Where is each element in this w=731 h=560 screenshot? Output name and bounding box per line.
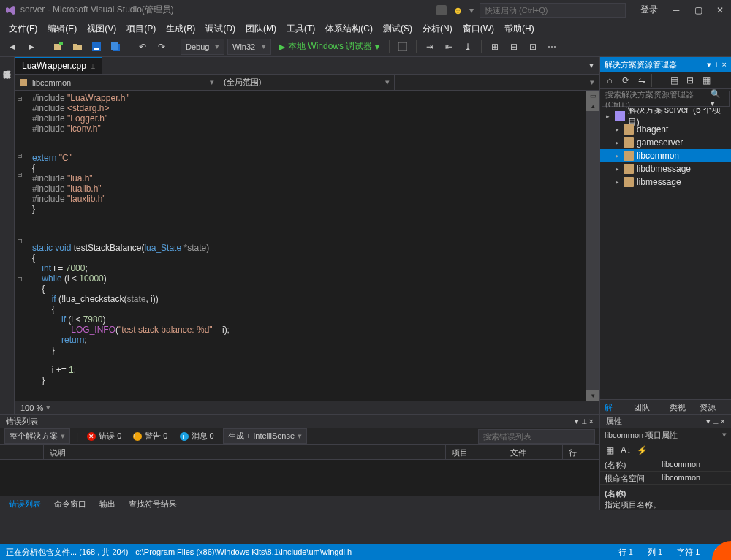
el-pin-icon[interactable]: ⟂ — [582, 417, 587, 425]
project-node[interactable]: ▸libdbmessage — [600, 162, 731, 175]
messages-filter[interactable]: i消息 0 — [177, 429, 217, 443]
redo-icon[interactable]: ↷ — [154, 39, 170, 55]
svg-rect-1 — [59, 42, 63, 45]
project-node[interactable]: ▸libmessage — [600, 175, 731, 189]
tb-a-icon[interactable]: ⊞ — [487, 39, 503, 55]
menu-help[interactable]: 帮助(H) — [500, 20, 539, 37]
prop-row[interactable]: 根命名空间libcommon — [600, 472, 731, 485]
minimize-button[interactable]: ─ — [665, 1, 687, 19]
errors-filter[interactable]: ✕错误 0 — [84, 429, 124, 443]
start-debug-button[interactable]: ▶ 本地 Windows 调试器 ▾ — [274, 39, 384, 54]
maximize-button[interactable]: ▢ — [687, 1, 709, 19]
el-build-combo[interactable]: 生成 + IntelliSense — [223, 428, 307, 444]
prop-row[interactable]: (名称)libcommon — [600, 458, 731, 472]
menu-test[interactable]: 测试(S) — [379, 20, 417, 37]
nav-fwd-icon[interactable]: ► — [23, 39, 39, 55]
bottom-tab-output[interactable]: 输出 — [94, 496, 121, 510]
open-icon[interactable] — [69, 39, 86, 55]
sep — [651, 74, 664, 87]
warnings-filter[interactable]: !警告 0 — [130, 429, 170, 443]
tb-c-icon[interactable]: ⊡ — [525, 39, 541, 55]
tb-b-icon[interactable]: ⊟ — [506, 39, 522, 55]
nav-back-icon[interactable]: ◄ — [4, 39, 20, 55]
error-search-input[interactable] — [478, 429, 595, 444]
project-node-selected[interactable]: ▸libcommon — [600, 149, 731, 162]
close-button[interactable]: ✕ — [709, 1, 731, 19]
platform-combo[interactable]: Win32 — [227, 39, 271, 55]
menu-build[interactable]: 生成(B) — [162, 20, 200, 37]
menu-team[interactable]: 团队(M) — [241, 20, 281, 37]
el-menu-icon[interactable]: ▾ — [575, 417, 579, 425]
menu-view[interactable]: 视图(V) — [83, 20, 121, 37]
server-explorer-tab[interactable]: 服务器资源管理器 — [0, 61, 14, 414]
status-line: 行 1 — [618, 547, 633, 558]
menu-edit[interactable]: 编辑(E) — [43, 20, 81, 37]
quick-launch-input[interactable] — [480, 3, 626, 18]
se-sync-icon[interactable]: ⇋ — [635, 74, 648, 87]
se-home-icon[interactable]: ⌂ — [603, 74, 616, 87]
el-close-icon[interactable]: × — [589, 417, 594, 425]
menu-tools[interactable]: 工具(T) — [282, 20, 319, 37]
tb-step-icon[interactable]: ⇥ — [422, 39, 438, 55]
svg-rect-6 — [398, 42, 407, 51]
menu-project[interactable]: 项目(P) — [122, 20, 160, 37]
menu-analyze[interactable]: 分析(N) — [418, 20, 457, 37]
menu-arch[interactable]: 体系结构(C) — [321, 20, 377, 37]
feedback-dropdown[interactable]: ▾ — [469, 5, 474, 15]
se-refresh-icon[interactable]: ⟳ — [619, 74, 632, 87]
rtab-team[interactable]: 团队资... — [629, 400, 665, 414]
nav-scope-combo[interactable]: libcommon — [15, 75, 219, 90]
scroll-down-icon[interactable]: ▾ — [586, 390, 599, 401]
rtab-class[interactable]: 类视图 — [665, 400, 695, 414]
code-editor[interactable]: ⊟⊟⊟⊟⊟⊟ #include "LuaWrapper.h" #include … — [15, 91, 599, 401]
se-properties-icon[interactable]: ▦ — [700, 74, 713, 87]
pp-pin-icon[interactable]: ⟂ — [713, 417, 719, 425]
tb-step2-icon[interactable]: ⇤ — [441, 39, 457, 55]
pin-icon[interactable]: ⟂ — [91, 62, 95, 70]
solution-node[interactable]: ▸解决方案'server' (5 个项目) — [600, 110, 731, 123]
nav-member-combo[interactable] — [395, 75, 599, 90]
se-showall-icon[interactable]: ▤ — [667, 74, 681, 87]
notifications-icon[interactable] — [436, 5, 447, 15]
save-icon[interactable] — [88, 39, 105, 55]
bottom-tab-cmd[interactable]: 命令窗口 — [48, 496, 92, 510]
menu-file[interactable]: 文件(F) — [4, 20, 42, 37]
pane-close-icon[interactable]: × — [722, 60, 727, 69]
zoom-combo[interactable]: 100 % — [20, 404, 43, 412]
status-char: 字符 1 — [677, 547, 700, 558]
el-scope-combo[interactable]: 整个解决方案 — [4, 428, 70, 444]
rtab-solution[interactable]: 解决... — [600, 400, 629, 414]
solution-search-input[interactable]: 搜索解决方案资源管理器(Ctrl+;)🔍 ▾ — [602, 91, 730, 107]
pane-pin-icon[interactable]: ⟂ — [714, 60, 719, 69]
menu-window[interactable]: 窗口(W) — [458, 20, 499, 37]
nav-type-combo[interactable]: (全局范围) — [219, 75, 395, 90]
svg-rect-3 — [94, 48, 99, 50]
rtab-resource[interactable]: 资源视... — [695, 400, 731, 414]
tb-step3-icon[interactable]: ⤓ — [460, 39, 476, 55]
prop-cat-icon[interactable]: ▦ — [603, 444, 616, 457]
bottom-tab-errors[interactable]: 错误列表 — [3, 496, 47, 510]
se-collapse-icon[interactable]: ⊟ — [683, 74, 697, 87]
config-combo[interactable]: Debug — [181, 39, 224, 55]
project-node[interactable]: ▸gameserver — [600, 136, 731, 149]
properties-subject-combo[interactable]: libcommon 项目属性 ▾ — [600, 428, 731, 442]
split-icon[interactable]: ▭ — [586, 91, 599, 101]
saveall-icon[interactable] — [107, 39, 124, 55]
tb-d-icon[interactable]: ⋯ — [544, 39, 560, 55]
new-project-icon[interactable] — [50, 39, 67, 55]
solution-tree: ▸解决方案'server' (5 个项目) ▸dbagent ▸gameserv… — [600, 108, 731, 399]
feedback-icon[interactable]: ☻ — [452, 4, 463, 16]
prop-az-icon[interactable]: A↓ — [619, 444, 632, 457]
pp-close-icon[interactable]: × — [721, 417, 725, 425]
signin-button[interactable]: 登录 — [640, 4, 658, 16]
bottom-tab-findsym[interactable]: 查找符号结果 — [123, 496, 183, 510]
pane-menu-icon[interactable]: ▾ — [707, 60, 711, 69]
tb-misc1-icon[interactable] — [395, 39, 411, 55]
pp-menu-icon[interactable]: ▾ — [706, 417, 711, 425]
vertical-scrollbar[interactable]: ▭ ▴ ▾ — [586, 91, 599, 401]
undo-icon[interactable]: ↶ — [135, 39, 151, 55]
menu-debug[interactable]: 调试(D) — [201, 20, 240, 37]
tab-dropdown-icon[interactable]: ▾ — [583, 57, 599, 73]
editor-tab[interactable]: LuaWrapper.cpp ⟂ — [15, 57, 102, 74]
prop-events-icon[interactable]: ⚡ — [635, 444, 648, 457]
